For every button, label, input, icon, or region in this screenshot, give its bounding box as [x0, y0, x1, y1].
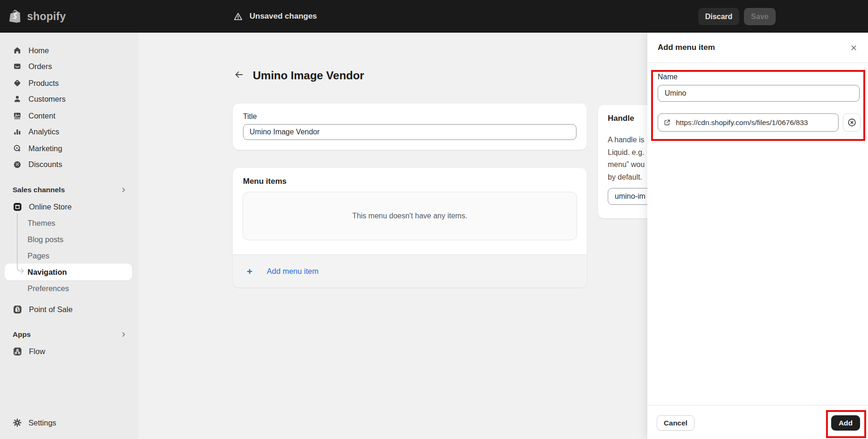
add-menu-item-row[interactable]: + Add menu item	[233, 254, 587, 287]
empty-state-text: This menu doesn't have any items.	[352, 212, 467, 220]
discounts-icon	[13, 160, 22, 169]
top-bar: shopify Unsaved changes Discard Save	[0, 0, 868, 33]
sidebar-item-online-store[interactable]: Online Store	[5, 198, 132, 215]
unsaved-changes-status: Unsaved changes	[233, 0, 317, 33]
sidebar-item-blog-posts[interactable]: Blog posts	[5, 231, 132, 248]
sidebar-item-label: Flow	[29, 347, 45, 356]
sidebar-item-customers[interactable]: Customers	[5, 91, 132, 107]
back-button[interactable]	[233, 69, 245, 82]
page-title: Umino Image Vendor	[253, 69, 364, 82]
analytics-icon	[13, 127, 22, 136]
panel-footer-divider	[647, 405, 868, 405]
shopify-admin-window: shopify Unsaved changes Discard Save Hom…	[0, 0, 868, 439]
sidebar-item-label: Customers	[28, 95, 66, 104]
link-field	[658, 113, 839, 132]
sidebar-item-preferences[interactable]: Preferences	[5, 280, 132, 297]
sidebar: Home Orders Products Customers Content A…	[0, 33, 139, 439]
sidebar-item-label: Products	[28, 79, 59, 88]
gear-icon	[13, 418, 22, 427]
title-input[interactable]	[243, 124, 576, 140]
add-button[interactable]: Add	[831, 415, 860, 431]
sidebar-item-label: Discounts	[28, 160, 62, 169]
menu-items-card: Menu items This menu doesn't have any it…	[233, 168, 587, 287]
sidebar-item-label: Pages	[28, 251, 49, 260]
chevron-right-icon	[119, 185, 128, 195]
sidebar-item-marketing[interactable]: Marketing	[5, 140, 132, 157]
menu-items-empty-state: This menu doesn't have any items.	[243, 192, 577, 240]
panel-header: Add menu item	[647, 33, 868, 63]
panel-title: Add menu item	[658, 43, 715, 52]
external-link-icon	[663, 118, 672, 127]
sidebar-item-pages[interactable]: Pages	[5, 247, 132, 264]
sidebar-item-discounts[interactable]: Discounts	[5, 156, 132, 173]
sidebar-item-label: Point of Sale	[29, 305, 73, 314]
circle-x-icon	[847, 118, 857, 127]
sidebar-item-orders[interactable]: Orders	[5, 58, 132, 75]
page-header: Umino Image Vendor	[233, 69, 364, 82]
sidebar-item-settings[interactable]: Settings	[5, 414, 132, 431]
section-label: Sales channels	[13, 186, 65, 194]
content-icon	[13, 111, 22, 120]
sidebar-item-flow[interactable]: Flow	[5, 343, 132, 360]
close-panel-button[interactable]	[847, 41, 861, 56]
save-button[interactable]: Save	[744, 8, 776, 25]
shopify-wordmark: shopify	[27, 10, 66, 23]
sidebar-item-products[interactable]: Products	[5, 75, 132, 91]
customers-icon	[13, 94, 22, 104]
title-card: Title	[233, 104, 587, 150]
sidebar-item-home[interactable]: Home	[5, 42, 132, 59]
sidebar-item-label: Content	[28, 111, 56, 120]
add-menu-item-panel: Add menu item Name Cancel Add	[647, 33, 868, 439]
home-icon	[13, 46, 22, 55]
online-store-icon	[13, 202, 22, 212]
status-text: Unsaved changes	[250, 12, 317, 21]
shopify-bag-icon	[9, 8, 23, 24]
point-of-sale-icon	[13, 305, 22, 314]
orders-icon	[13, 62, 22, 71]
title-field-label: Title	[243, 112, 576, 121]
sidebar-item-label: Marketing	[28, 144, 62, 153]
plus-icon: +	[247, 266, 252, 276]
flow-icon	[13, 347, 22, 356]
sidebar-item-label: Online Store	[29, 202, 72, 211]
sidebar-item-label: Orders	[28, 62, 52, 71]
sidebar-item-label: Analytics	[28, 127, 59, 136]
sidebar-section-sales-channels[interactable]: Sales channels	[5, 182, 132, 198]
warning-icon	[233, 12, 243, 21]
link-url-input[interactable]	[676, 118, 833, 127]
cancel-button[interactable]: Cancel	[657, 415, 694, 431]
marketing-icon	[13, 144, 22, 153]
sidebar-section-apps[interactable]: Apps	[5, 327, 132, 342]
name-field-label: Name	[658, 73, 678, 81]
add-menu-item-link[interactable]: Add menu item	[267, 267, 319, 276]
name-input[interactable]	[658, 85, 860, 102]
discard-button[interactable]: Discard	[698, 8, 739, 25]
sidebar-item-analytics[interactable]: Analytics	[5, 123, 132, 140]
sidebar-item-label: Settings	[28, 418, 56, 427]
sidebar-item-content[interactable]: Content	[5, 107, 132, 124]
back-arrow-icon	[234, 70, 244, 80]
sidebar-item-label: Home	[28, 46, 49, 55]
products-icon	[13, 78, 22, 88]
shopify-logo[interactable]: shopify	[9, 0, 66, 33]
sidebar-item-label: Themes	[28, 219, 56, 228]
sidebar-item-point-of-sale[interactable]: Point of Sale	[5, 301, 132, 318]
clear-link-button[interactable]	[843, 113, 861, 132]
sidebar-item-label: Blog posts	[28, 235, 63, 244]
close-icon	[850, 44, 858, 52]
sidebar-item-navigation[interactable]: Navigation	[5, 264, 132, 280]
chevron-right-icon	[119, 330, 128, 339]
sidebar-item-label: Preferences	[28, 284, 69, 293]
sidebar-item-themes[interactable]: Themes	[5, 215, 132, 231]
menu-items-heading: Menu items	[233, 168, 587, 192]
section-label: Apps	[13, 330, 31, 339]
sidebar-item-label: Navigation	[28, 268, 67, 277]
